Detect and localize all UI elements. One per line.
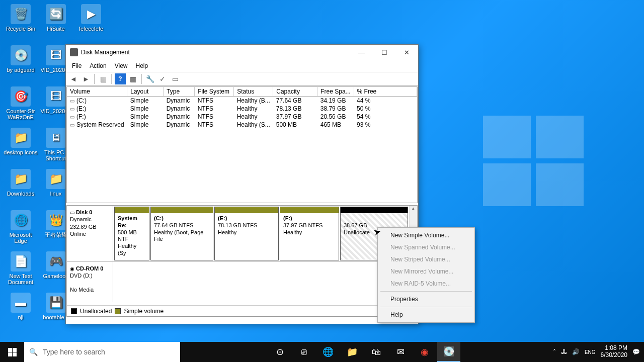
menu-new-mirrored-volume: New Mirrored Volume... xyxy=(379,265,473,278)
separator xyxy=(111,74,112,84)
desktop-icon-fefe[interactable]: ▶fefeecfefe xyxy=(73,3,109,42)
desktop-icon-adguard[interactable]: 💿by adguard xyxy=(3,44,38,83)
titlebar[interactable]: Disk Management — ☐ ✕ xyxy=(66,45,418,60)
taskbar-edge[interactable]: 🌐 xyxy=(316,342,340,362)
cdrom-icon: ◉ xyxy=(70,266,74,272)
tray-volume-icon[interactable]: 🔊 xyxy=(572,348,580,355)
desktop[interactable]: 🗑️Recycle Bin 🔄HiSuite ▶fefeecfefe 💿by a… xyxy=(0,0,644,362)
desktop-icon-edge[interactable]: 🌐Microsoft Edge xyxy=(3,209,38,248)
desktop-icon-recycle-bin[interactable]: 🗑️Recycle Bin xyxy=(3,3,38,42)
cdrom-row: ◉ CD-ROM 0 DVD (D:) No Media xyxy=(67,262,417,302)
cortana-button[interactable]: ⎚ xyxy=(292,342,315,362)
forward-button[interactable]: ► xyxy=(80,73,92,84)
volume-row[interactable]: (C:)SimpleDynamicNTFSHealthy (B...77.64 … xyxy=(67,97,417,105)
app-icon xyxy=(70,48,78,56)
toolbar-icon[interactable]: ▦ xyxy=(98,73,109,84)
taskbar-chrome[interactable]: ◉ xyxy=(413,342,436,362)
back-button[interactable]: ◄ xyxy=(68,73,79,84)
menu-bar: File Action View Help xyxy=(66,60,418,72)
context-menu: New Simple Volume... New Spanned Volume.… xyxy=(377,227,475,323)
folder-icon: 📁 xyxy=(46,169,66,189)
toolbar-icon[interactable]: 🔧 xyxy=(144,73,155,84)
volume-row[interactable]: System ReservedSimpleDynamicNTFSHealthy … xyxy=(67,121,417,129)
desktop-icon-desktopicons[interactable]: 📁desktop icons xyxy=(3,127,38,166)
app-icon: 🎯 xyxy=(11,86,31,107)
drive-icon: 💾 xyxy=(46,293,66,313)
app-icon: 👑 xyxy=(46,210,66,230)
separator xyxy=(141,74,142,84)
menu-file[interactable]: File xyxy=(68,61,86,70)
system-tray: ˄ 🖧 🔊 ENG 1:08 PM 6/30/2020 💬 xyxy=(549,342,644,362)
volume-row[interactable]: (E:)SimpleDynamicNTFSHealthy78.13 GB38.7… xyxy=(67,105,417,113)
disk-graphical-view: ▭ Disk 0 Dynamic 232.89 GB Online System… xyxy=(66,205,418,317)
close-button[interactable]: ✕ xyxy=(395,45,418,60)
taskbar-disk-management[interactable]: 💽 xyxy=(437,342,460,362)
menu-properties[interactable]: Properties xyxy=(379,293,473,305)
desktop-icon-hisuite[interactable]: 🔄HiSuite xyxy=(38,3,73,42)
menu-new-simple-volume[interactable]: New Simple Volume... xyxy=(379,229,473,241)
wallpaper-logo xyxy=(483,116,584,206)
col-fs[interactable]: File System xyxy=(195,87,234,97)
tray-language-icon[interactable]: ENG xyxy=(585,349,596,355)
recycle-bin-icon: 🗑️ xyxy=(11,4,31,24)
taskbar-mail[interactable]: ✉ xyxy=(389,342,412,362)
col-layout[interactable]: Layout xyxy=(127,87,164,97)
col-type[interactable]: Type xyxy=(164,87,195,97)
partition-e[interactable]: (E:)78.13 GB NTFSHealthy xyxy=(214,207,279,260)
col-volume[interactable]: Volume xyxy=(67,87,127,97)
desktop-icon-cs[interactable]: 🎯Counter-Str WaRzOnE xyxy=(3,85,38,125)
folder-icon: 📁 xyxy=(11,128,31,148)
desktop-icon-nji[interactable]: ▬nji xyxy=(3,292,38,331)
status-bar xyxy=(66,317,418,324)
app-icon: 🎮 xyxy=(46,251,66,272)
search-box[interactable]: 🔍 Type here to search xyxy=(24,342,180,362)
disk-0-row: ▭ Disk 0 Dynamic 232.89 GB Online System… xyxy=(67,206,417,262)
partition-f[interactable]: (F:)37.97 GB NTFSHealthy xyxy=(280,207,339,260)
desktop-icon-newtext[interactable]: 📄New Text Document xyxy=(3,250,38,290)
menu-help[interactable]: Help xyxy=(379,309,473,321)
drive-icon: ▬ xyxy=(11,293,31,313)
text-icon: 📄 xyxy=(11,251,31,272)
taskbar-store[interactable]: 🛍 xyxy=(365,342,388,362)
taskbar: 🔍 Type here to search ⊙ ⎚ 🌐 📁 🛍 ✉ ◉ 💽 ˄ … xyxy=(0,342,644,362)
minimize-button[interactable]: — xyxy=(350,45,373,60)
toolbar-icon[interactable]: ✓ xyxy=(157,73,168,84)
cdrom-header[interactable]: ◉ CD-ROM 0 DVD (D:) No Media xyxy=(67,262,113,302)
volume-row[interactable]: (F:)SimpleDynamicNTFSHealthy37.97 GB20.5… xyxy=(67,113,417,121)
col-pct[interactable]: % Free xyxy=(354,87,417,97)
task-view-button[interactable]: ⊙ xyxy=(268,342,291,362)
disk-0-header[interactable]: ▭ Disk 0 Dynamic 232.89 GB Online xyxy=(67,206,113,261)
col-capacity[interactable]: Capacity xyxy=(273,87,317,97)
app-icon: 💿 xyxy=(11,45,31,65)
video-icon: 🎞 xyxy=(46,86,66,107)
start-button[interactable] xyxy=(0,342,24,362)
tray-clock[interactable]: 1:08 PM 6/30/2020 xyxy=(601,345,627,359)
partition-system-reserved[interactable]: System Re:500 MB NTFHealthy (Sy xyxy=(114,207,149,260)
video-icon: 🎞 xyxy=(46,45,66,65)
tray-notifications-icon[interactable]: 💬 xyxy=(632,348,640,355)
col-free[interactable]: Free Spa... xyxy=(317,87,354,97)
legend: Unallocated Simple volume xyxy=(67,305,417,316)
partition-c[interactable]: (C:)77.64 GB NTFSHealthy (Boot, Page Fil… xyxy=(150,207,213,260)
toolbar-icon[interactable]: ▥ xyxy=(127,73,138,84)
app-icon: ▶ xyxy=(81,4,101,24)
menu-new-striped-volume: New Striped Volume... xyxy=(379,253,473,265)
pc-icon: 🖥 xyxy=(46,128,66,148)
desktop-icon-downloads[interactable]: 📁Downloads xyxy=(3,168,38,207)
menu-help[interactable]: Help xyxy=(132,61,152,70)
volume-list[interactable]: Volume Layout Type File System Status Ca… xyxy=(66,86,418,203)
disk-icon: ▭ xyxy=(70,210,74,215)
legend-swatch-simple xyxy=(115,308,121,314)
edge-icon: 🌐 xyxy=(11,210,31,230)
menu-view[interactable]: View xyxy=(111,61,132,70)
help-icon[interactable]: ? xyxy=(115,73,126,84)
folder-icon: 📁 xyxy=(11,169,31,189)
maximize-button[interactable]: ☐ xyxy=(373,45,395,60)
tray-chevron-icon[interactable]: ˄ xyxy=(553,348,556,355)
menu-action[interactable]: Action xyxy=(86,61,110,70)
toolbar-icon[interactable]: ▭ xyxy=(170,73,181,84)
toolbar: ◄ ► ▦ ? ▥ 🔧 ✓ ▭ xyxy=(66,72,418,86)
taskbar-explorer[interactable]: 📁 xyxy=(341,342,364,362)
tray-network-icon[interactable]: 🖧 xyxy=(561,348,567,355)
col-status[interactable]: Status xyxy=(234,87,273,97)
